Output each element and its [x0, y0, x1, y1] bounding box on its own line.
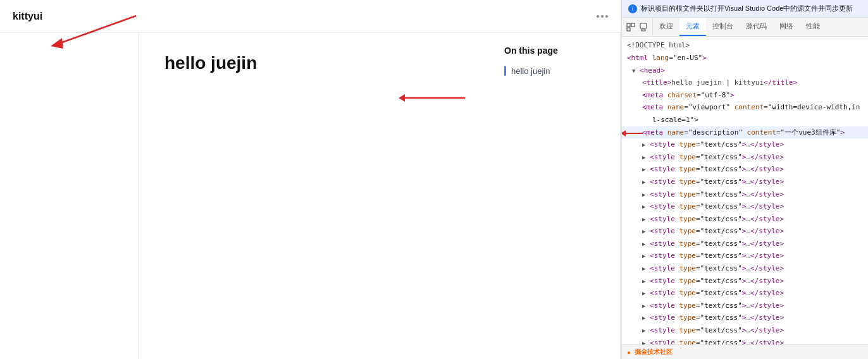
dom-line[interactable]: ▶ <style type="text/css">…</style> [622, 225, 868, 238]
article-heading: hello juejin [164, 53, 469, 73]
toc-indicator [504, 66, 506, 76]
svg-rect-4 [627, 23, 630, 27]
dom-line[interactable]: ▶ <style type="text/css">…</style> [622, 275, 868, 288]
dom-line[interactable]: ▶ <style type="text/css">…</style> [622, 176, 868, 188]
svg-rect-5 [631, 23, 635, 27]
inspect-element-icon[interactable] [626, 22, 636, 32]
dom-line[interactable]: ▶ <style type="text/css">…</style> [622, 138, 868, 151]
dom-line[interactable]: ▶ <style type="text/css">…</style> [622, 151, 868, 164]
svg-rect-6 [627, 28, 630, 31]
dom-line[interactable]: <meta name="viewport" content="width=dev… [622, 101, 868, 114]
devtools-tabs: 欢迎 元素 控制台 源代码 网络 性能 [622, 18, 868, 37]
devtools-panel: i 标识项目的根文件夹以打开Visual Studio Code中的源文件并同步… [621, 0, 868, 359]
toc-panel: On this page hello juejin [494, 33, 621, 359]
tab-network[interactable]: 网络 [773, 18, 800, 36]
dom-line[interactable]: ▶ <style type="text/css">…</style> [622, 324, 868, 337]
tab-elements[interactable]: 元素 [679, 18, 706, 36]
dom-line[interactable]: ▶ <style type="text/css">…</style> [622, 262, 868, 275]
toc-title: On this page [504, 46, 610, 56]
footer-logo: 掘金技术社区 [635, 348, 673, 356]
content-body: hello juejin On this page hello juejin [0, 33, 621, 359]
dom-line[interactable]: ▶ <style type="text/css">…</style> [622, 200, 868, 213]
main-article: hello juejin [139, 33, 494, 359]
left-sidebar [0, 33, 139, 359]
dom-line[interactable]: <!DOCTYPE html> [622, 39, 868, 52]
dom-line[interactable]: ▶ <style type="text/css">…</style> [622, 312, 868, 324]
svg-rect-7 [640, 23, 647, 28]
dom-line[interactable]: ▶ <style type="text/css">…</style> [622, 250, 868, 262]
dom-line[interactable]: ▼ <head> [622, 64, 868, 77]
tab-welcome[interactable]: 欢迎 [653, 18, 679, 36]
dom-line[interactable]: ▶ <style type="text/css">…</style> [622, 213, 868, 226]
dom-line[interactable]: <title>hello juejin | kittyui</title> [622, 76, 868, 89]
top-nav: kittyui [0, 0, 621, 33]
dom-line[interactable]: ▶ <style type="text/css">…</style> [622, 238, 868, 250]
dom-line[interactable]: l-scale=1"> [622, 114, 868, 126]
dom-line[interactable]: <meta charset="utf-8"> [622, 89, 868, 102]
svg-rect-8 [642, 29, 645, 31]
devtools-dom-tree[interactable]: <!DOCTYPE html> <html lang="en-US"> ▼ <h… [622, 37, 868, 344]
devtools-notification: i 标识项目的根文件夹以打开Visual Studio Code中的源文件并同步… [622, 0, 868, 18]
dom-line[interactable]: ▶ <style type="text/css">…</style> [622, 163, 868, 176]
tab-console[interactable]: 控制台 [706, 18, 740, 36]
toc-link[interactable]: hello juejin [511, 66, 550, 76]
device-toggle-icon[interactable] [638, 22, 648, 32]
dom-line[interactable]: ▶ <style type="text/css">…</style> [622, 188, 868, 201]
info-icon: i [628, 4, 637, 13]
site-title: kittyui [13, 11, 42, 22]
dom-line[interactable]: <html lang="en-US"> [622, 52, 868, 64]
devtools-footer: ● 掘金技术社区 [622, 344, 868, 359]
dom-line[interactable]: <meta name="description" content="一个vue3… [622, 126, 868, 139]
dom-line[interactable]: ▶ <style type="text/css">…</style> [622, 300, 868, 312]
toc-item[interactable]: hello juejin [504, 63, 610, 78]
notification-text: 标识项目的根文件夹以打开Visual Studio Code中的源文件并同步更新 [641, 4, 853, 13]
tab-sources[interactable]: 源代码 [740, 18, 773, 36]
dom-line[interactable]: ▶ <style type="text/css">…</style> [622, 337, 868, 344]
dom-line[interactable]: ▶ <style type="text/css">…</style> [622, 287, 868, 300]
more-options-button[interactable] [597, 15, 608, 18]
tab-performance[interactable]: 性能 [800, 18, 826, 36]
